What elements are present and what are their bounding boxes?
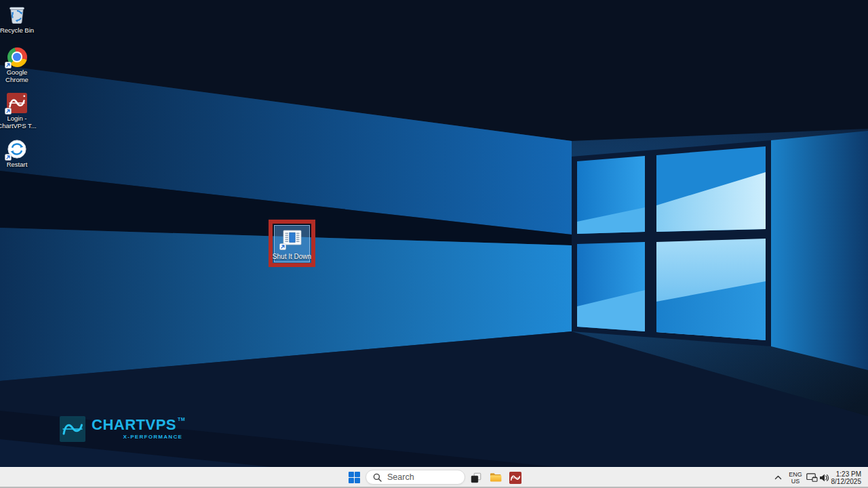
brand-tagline: X-PERFORMANCE <box>92 434 184 440</box>
file-explorer-icon <box>490 472 502 483</box>
desktop-icon-restart[interactable]: Restart <box>0 139 37 168</box>
chartvps-icon <box>509 472 521 484</box>
desktop-icon-label: Google Chrome <box>0 68 37 83</box>
start-button[interactable] <box>343 467 365 488</box>
chrome-icon <box>6 47 28 67</box>
chartvps-login-icon <box>6 93 28 113</box>
restart-icon <box>6 139 28 159</box>
desktop-icon-google-chrome[interactable]: Google Chrome <box>0 47 37 83</box>
tray-clock[interactable]: 1:23 PM 8/12/2025 <box>830 467 861 488</box>
desktop-icon-label: Login - ChartVPS T... <box>0 115 37 129</box>
network-icon <box>806 473 818 483</box>
tray-volume[interactable] <box>818 467 831 488</box>
chartvps-wave-icon <box>60 416 85 442</box>
taskbar-app-file-explorer[interactable] <box>486 467 505 488</box>
label-line: Google <box>0 68 37 76</box>
trademark-symbol: TM <box>178 417 185 422</box>
label-line: Login - <box>0 115 37 122</box>
shortcut-arrow-icon <box>5 62 12 68</box>
taskbar-search[interactable] <box>366 470 465 485</box>
language-region: US <box>786 478 805 485</box>
chartvps-watermark: CHARTVPSTM X-PERFORMANCE <box>60 416 184 442</box>
search-input[interactable] <box>386 472 462 483</box>
taskbar-apps <box>466 467 525 488</box>
desktop-icon-login-chartvps[interactable]: Login - ChartVPS T... <box>0 93 37 129</box>
desktop-wallpaper <box>0 0 868 467</box>
taskbar-app-chartvps[interactable] <box>505 467 525 488</box>
volume-icon <box>819 474 829 482</box>
windows-desktop: Recycle Bin Google Chrome <box>0 0 868 488</box>
tray-language-indicator[interactable]: ENG US <box>786 467 805 488</box>
search-icon <box>373 473 382 482</box>
stacked-windows-icon <box>470 472 482 484</box>
shortcut-arrow-icon <box>5 154 12 161</box>
red-annotation-box <box>269 220 315 267</box>
brand-name: CHARTVPSTM <box>92 416 184 434</box>
windows-logo-icon <box>349 472 360 483</box>
desktop-icon-recycle-bin[interactable]: Recycle Bin <box>0 3 37 34</box>
chevron-up-icon <box>774 475 782 480</box>
desktop-icon-label: Restart <box>0 161 37 168</box>
desktop-icon-label: Recycle Bin <box>0 26 37 34</box>
label-line: Restart <box>0 161 37 168</box>
taskbar-app-stacked-windows[interactable] <box>466 467 486 488</box>
language-code: ENG <box>786 471 805 478</box>
taskbar: ENG US 1:23 PM 8/12/2025 <box>0 467 868 488</box>
label-line: Recycle Bin <box>0 26 37 34</box>
clock-date: 8/12/2025 <box>830 478 861 485</box>
label-line: Chrome <box>0 76 37 83</box>
shortcut-arrow-icon <box>5 108 12 115</box>
tray-network[interactable] <box>805 467 819 488</box>
clock-time: 1:23 PM <box>830 470 861 478</box>
label-line: ChartVPS T... <box>0 122 37 129</box>
recycle-bin-icon <box>6 3 28 25</box>
tray-show-hidden-icons[interactable] <box>772 467 783 488</box>
